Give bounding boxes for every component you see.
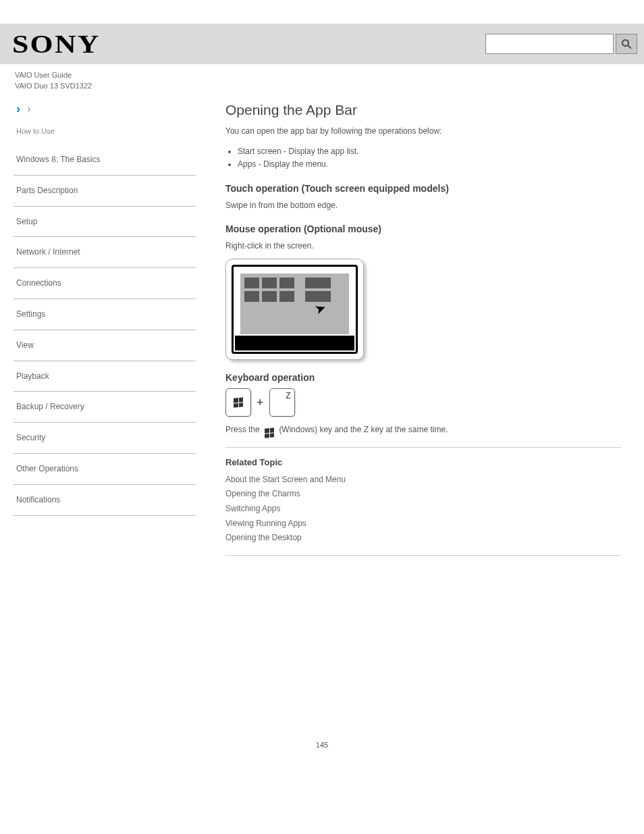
key-combo: + bbox=[225, 388, 621, 417]
search-input[interactable] bbox=[485, 34, 614, 54]
bullet-item: Start screen - Display the app list. bbox=[238, 145, 621, 158]
related-heading: Related Topic bbox=[225, 457, 621, 467]
related-link[interactable]: About the Start Screen and Menu bbox=[225, 473, 621, 488]
screen-illustration: ➤ bbox=[225, 259, 364, 360]
svg-point-0 bbox=[622, 40, 628, 46]
sidebar-item[interactable]: Settings bbox=[14, 299, 196, 330]
sidebar-item[interactable]: Connections bbox=[14, 268, 196, 299]
sidebar-item[interactable]: Playback bbox=[14, 361, 196, 392]
windows-icon-inline bbox=[265, 427, 274, 438]
brand-logo: SONY bbox=[12, 29, 101, 59]
related-link[interactable]: Switching Apps bbox=[225, 502, 621, 517]
header-bar: SONY bbox=[0, 24, 644, 64]
sidebar-item[interactable]: Backup / Recovery bbox=[14, 392, 196, 423]
how-to-use-label: How to Use bbox=[14, 127, 196, 135]
z-key bbox=[269, 388, 295, 417]
divider bbox=[225, 555, 621, 556]
windows-key bbox=[225, 388, 251, 417]
intro-text: You can open the app bar by following th… bbox=[225, 125, 621, 137]
chevron-forward-icon[interactable]: › bbox=[27, 102, 31, 116]
mouse-instruction: Right-click in the screen. bbox=[225, 240, 621, 252]
sidebar-item[interactable]: Network / Internet bbox=[14, 237, 196, 268]
related-link[interactable]: Opening the Desktop bbox=[225, 531, 621, 546]
sidebar-item[interactable]: View bbox=[14, 330, 196, 361]
main-content: Opening the App Bar You can open the app… bbox=[209, 102, 630, 565]
keyboard-instruction: Press the (Windows) key and the Z key at… bbox=[225, 423, 621, 438]
sidebar-item[interactable]: Security bbox=[14, 423, 196, 454]
page-number: 145 bbox=[0, 741, 644, 769]
search-icon bbox=[620, 38, 633, 50]
touch-instruction: Swipe in from the bottom edge. bbox=[225, 199, 621, 211]
sidebar: › › How to Use Windows 8: The Basics Par… bbox=[14, 102, 209, 565]
plus-icon: + bbox=[257, 396, 264, 410]
related-link[interactable]: Viewing Running Apps bbox=[225, 517, 621, 531]
sidebar-item[interactable]: Notifications bbox=[14, 485, 196, 516]
product-line: VAIO User Guide bbox=[0, 64, 644, 82]
keyboard-heading: Keyboard operation bbox=[225, 372, 621, 383]
related-link[interactable]: Opening the Charms bbox=[225, 487, 621, 502]
related-list: About the Start Screen and Menu Opening … bbox=[225, 473, 621, 546]
sidebar-item[interactable]: Other Operations bbox=[14, 454, 196, 485]
touch-heading: Touch operation (Touch screen equipped m… bbox=[225, 183, 621, 194]
bullet-list: Start screen - Display the app list. App… bbox=[225, 145, 621, 171]
sidebar-item[interactable]: Windows 8: The Basics bbox=[14, 145, 196, 176]
page-title: Opening the App Bar bbox=[225, 102, 621, 118]
nav-chevrons: › › bbox=[14, 102, 196, 116]
svg-line-1 bbox=[628, 45, 631, 49]
product-name: VAIO Duo 13 SVD1322 bbox=[0, 82, 644, 102]
divider bbox=[225, 447, 621, 448]
sidebar-item[interactable]: Parts Description bbox=[14, 176, 196, 207]
sidebar-item[interactable]: Setup bbox=[14, 207, 196, 238]
search-button[interactable] bbox=[616, 34, 637, 54]
chevron-back-icon[interactable]: › bbox=[16, 102, 20, 116]
bullet-item: Apps - Display the menu. bbox=[238, 158, 621, 171]
mouse-heading: Mouse operation (Optional mouse) bbox=[225, 224, 621, 234]
windows-icon bbox=[234, 398, 243, 408]
search-group bbox=[485, 34, 637, 54]
